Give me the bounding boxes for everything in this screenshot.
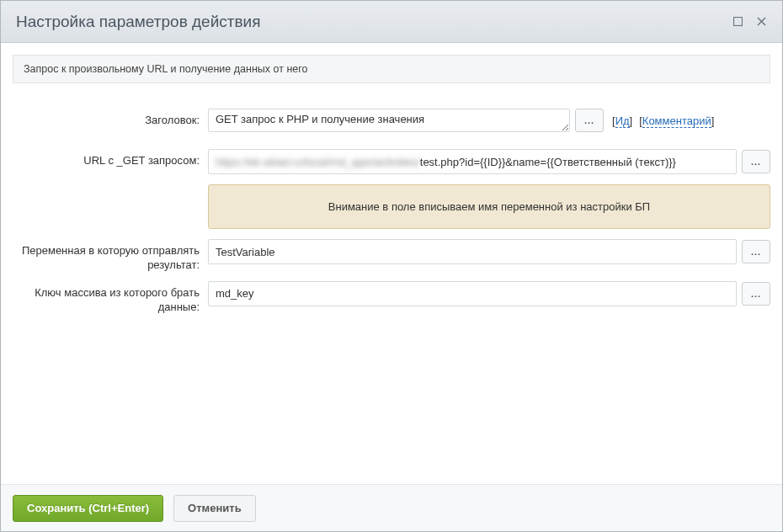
dialog-title: Настройка параметров действия — [16, 13, 732, 31]
control-url: https://ek-sklad.ru/local/md_ajax/activi… — [208, 149, 770, 174]
save-button[interactable]: Сохранить (Ctrl+Enter) — [13, 495, 163, 522]
row-title: Заголовок: ... [Ид] [Комментарий] — [13, 109, 770, 132]
control-variable: ... — [208, 239, 770, 264]
label-variable: Переменная в которую отправлять результа… — [13, 239, 208, 273]
dialog-footer: Сохранить (Ctrl+Enter) Отменить — [1, 484, 782, 531]
link-comment[interactable]: Комментарий — [642, 114, 711, 128]
title-input[interactable] — [208, 109, 570, 132]
maximize-button[interactable] — [732, 16, 743, 28]
link-id[interactable]: Ид — [615, 114, 630, 128]
url-input[interactable]: https://ek-sklad.ru/local/md_ajax/activi… — [208, 149, 737, 174]
control-title: ... [Ид] [Комментарий] — [208, 109, 770, 132]
url-blurred-part: https://ek-sklad.ru/local/md_ajax/activi… — [216, 156, 420, 168]
row-url: URL с _GET запросом: https://ek-sklad.ru… — [13, 149, 770, 174]
key-more-button[interactable]: ... — [742, 282, 770, 306]
url-more-button[interactable]: ... — [742, 150, 770, 173]
row-key: Ключ массива из которого брать данные: .… — [13, 281, 770, 315]
key-input[interactable] — [208, 281, 737, 306]
label-key: Ключ массива из которого брать данные: — [13, 281, 208, 315]
variable-input[interactable] — [208, 239, 737, 264]
dialog-body: Запрос к произвольному URL и получение д… — [1, 43, 782, 484]
dialog-controls — [732, 16, 767, 28]
cancel-button[interactable]: Отменить — [173, 495, 256, 522]
close-button[interactable] — [755, 16, 767, 28]
warning-box: Внимание в поле вписываем имя переменной… — [208, 184, 770, 229]
url-visible-part: test.php?id={{ID}}&name={{Ответственный … — [420, 156, 676, 168]
svg-rect-0 — [733, 18, 742, 26]
control-key: ... — [208, 281, 770, 306]
variable-more-button[interactable]: ... — [742, 240, 770, 263]
description-bar: Запрос к произвольному URL и получение д… — [13, 55, 770, 83]
dialog-header: Настройка параметров действия — [1, 1, 782, 43]
row-variable: Переменная в которую отправлять результа… — [13, 239, 770, 273]
title-links: [Ид] [Комментарий] — [612, 114, 714, 127]
label-title: Заголовок: — [13, 109, 208, 128]
title-more-button[interactable]: ... — [575, 109, 604, 132]
label-url: URL с _GET запросом: — [13, 149, 208, 168]
